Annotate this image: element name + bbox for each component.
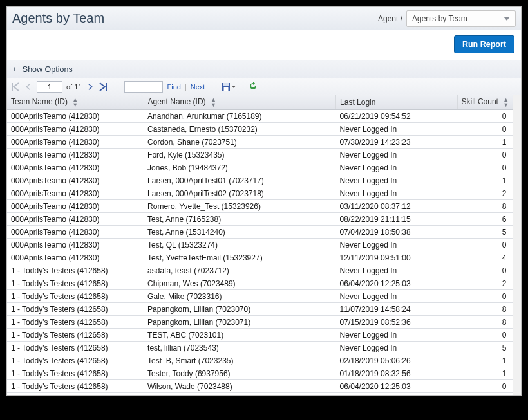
run-report-button[interactable]: Run Report [454, 35, 514, 53]
table-row[interactable]: 1 - Toddy's Testers (412658)Tester, Todd… [7, 367, 513, 380]
breadcrumb-area: Agent / Agents by Team [378, 10, 516, 27]
cell-skill_count: 1 [457, 136, 513, 149]
page-title: Agents by Team [12, 11, 104, 26]
cell-team: 1 - Toddy's Testers (412658) [7, 342, 144, 354]
table-row[interactable]: 000AprilsTeamo (412830)Cordon, Shane (70… [7, 136, 513, 149]
vertical-scrollbar[interactable] [513, 95, 521, 395]
table-row[interactable]: 000AprilsTeamo (412830)Larsen, 000AprilT… [7, 174, 513, 187]
cell-team: 1 - Toddy's Testers (412658) [7, 303, 144, 316]
app-frame: Agents by Team Agent / Agents by Team Ru… [6, 6, 522, 396]
table-row[interactable]: 1 - Toddy's Testers (412658)Wilson, Wade… [7, 380, 513, 393]
first-page-icon[interactable] [11, 82, 20, 92]
table-row[interactable]: 1 - Toddy's Testers (412658)Chipman, Wes… [7, 277, 513, 290]
cell-last_login: Never Logged In [336, 123, 458, 136]
cell-agent: Tester, Toddy (6937956) [144, 367, 335, 380]
cell-last_login: 02/18/2019 05:06:26 [336, 354, 458, 367]
col-last-login[interactable]: Last Login [336, 95, 458, 110]
sort-icon: ▲▼ [503, 97, 509, 107]
cell-agent: Test_B, Smart (7023235) [144, 354, 335, 367]
dropdown-arrow-icon [232, 85, 236, 89]
table-row[interactable]: 000AprilsTeamo (412830)Test, YvetteTestE… [7, 251, 513, 264]
export-button[interactable] [222, 82, 236, 91]
pager-toolbar: of 11 Find | Next [7, 78, 521, 95]
table-row[interactable]: 000AprilsTeamo (412830)Larsen, 000AprilT… [7, 187, 513, 200]
cell-skill_count: 0 [457, 149, 513, 161]
cell-team: 1 - Toddy's Testers (412658) [7, 354, 144, 367]
cell-skill_count: 0 [457, 110, 513, 123]
cell-skill_count: 5 [457, 342, 513, 354]
table-row[interactable]: 1 - Toddy's Testers (412658)Papangkorn, … [7, 316, 513, 329]
col-team-name[interactable]: Team Name (ID) ▲▼ [7, 95, 144, 110]
cell-team: 000AprilsTeamo (412830) [7, 149, 144, 161]
refresh-button[interactable] [249, 82, 258, 92]
cell-team: 1 - Toddy's Testers (412658) [7, 329, 144, 342]
cell-skill_count: 0 [457, 239, 513, 251]
cell-skill_count: 0 [457, 161, 513, 174]
next-page-icon[interactable] [86, 82, 95, 92]
table-area: Team Name (ID) ▲▼ Agent Name (ID) ▲▼ Las… [7, 95, 521, 395]
title-bar: Agents by Team Agent / Agents by Team [7, 7, 521, 30]
find-next-button[interactable]: Next [191, 83, 205, 91]
breadcrumb: Agent / [378, 14, 402, 23]
table-row[interactable]: 1 - Toddy's Testers (412658)Gale, Mike (… [7, 290, 513, 303]
cell-last_login: 08/22/2019 21:11:15 [336, 213, 458, 226]
cell-agent: test, lillian (7023543) [144, 342, 335, 354]
table-row[interactable]: 1 - Toddy's Testers (412658)Test_B, Smar… [7, 354, 513, 367]
cell-skill_count: 0 [457, 329, 513, 342]
table-row[interactable]: 1 - Toddy's Testers (412658)asdafa, teas… [7, 264, 513, 277]
cell-last_login: 12/11/2019 09:51:00 [336, 251, 458, 264]
cell-agent: Castaneda, Ernesto (15370232) [144, 123, 335, 136]
cell-skill_count: 0 [457, 380, 513, 393]
cell-skill_count: 0 [457, 290, 513, 303]
find-input[interactable] [124, 81, 163, 93]
col-skill-count[interactable]: Skill Count ▲▼ [457, 95, 513, 110]
prev-page-icon[interactable] [24, 82, 33, 92]
report-select-dropdown[interactable]: Agents by Team [406, 10, 516, 27]
cell-team: 000AprilsTeamo (412830) [7, 251, 144, 264]
table-row[interactable]: 1 - Toddy's Testers (412658)TEST, ABC (7… [7, 329, 513, 342]
cell-skill_count: 0 [457, 264, 513, 277]
show-options-toggle[interactable]: + Show Options [7, 60, 521, 78]
page-count-label: of 11 [66, 83, 82, 91]
col-agent-name[interactable]: Agent Name (ID) ▲▼ [144, 95, 335, 110]
plus-icon: + [12, 64, 17, 74]
cell-last_login: 03/11/2020 08:37:12 [336, 200, 458, 213]
table-scroll[interactable]: Team Name (ID) ▲▼ Agent Name (ID) ▲▼ Las… [7, 95, 513, 395]
find-button[interactable]: Find [167, 83, 180, 91]
cell-last_login: Never Logged In [336, 342, 458, 354]
table-row[interactable]: 1 - Toddy's Testers (412658)test, lillia… [7, 342, 513, 354]
cell-agent: asdafa, teast (7023712) [144, 264, 335, 277]
cell-team: 000AprilsTeamo (412830) [7, 123, 144, 136]
table-row[interactable]: 1 - Toddy's Testers (412658)Papangkorn, … [7, 303, 513, 316]
table-row[interactable]: 000AprilsTeamo (412830)Romero, Yvette_Te… [7, 200, 513, 213]
cell-last_login: 06/04/2020 12:25:03 [336, 380, 458, 393]
table-row[interactable]: 000AprilsTeamo (412830)Ford, Kyle (15323… [7, 149, 513, 161]
chevron-down-icon [504, 17, 510, 21]
table-row[interactable]: 000AprilsTeamo (412830)Castaneda, Ernest… [7, 123, 513, 136]
table-row[interactable]: 000AprilsTeamo (412830)Anandhan, Arunkum… [7, 110, 513, 123]
table-row[interactable]: 000AprilsTeamo (412830)Test, Anne (15314… [7, 226, 513, 239]
cell-agent: Jones, Bob (19484372) [144, 161, 335, 174]
cell-agent: Gale, Mike (7023316) [144, 290, 335, 303]
last-page-icon[interactable] [99, 82, 108, 92]
cell-agent: Anandhan, Arunkumar (7165189) [144, 110, 335, 123]
cell-last_login: 07/04/2019 18:50:38 [336, 226, 458, 239]
cell-team: 000AprilsTeamo (412830) [7, 136, 144, 149]
cell-team: 000AprilsTeamo (412830) [7, 187, 144, 200]
col-login-label: Last Login [340, 98, 375, 107]
cell-skill_count: 1 [457, 367, 513, 380]
table-row[interactable]: 000AprilsTeamo (412830)Test, Anne (71652… [7, 213, 513, 226]
table-row[interactable]: 000AprilsTeamo (412830)Test, QL (1532327… [7, 239, 513, 251]
table-header-row: Team Name (ID) ▲▼ Agent Name (ID) ▲▼ Las… [7, 95, 513, 110]
svg-rect-2 [224, 87, 229, 91]
cell-last_login: Never Logged In [336, 264, 458, 277]
col-agent-label: Agent Name (ID) [148, 97, 206, 106]
table-row[interactable]: 000AprilsTeamo (412830)Jones, Bob (19484… [7, 161, 513, 174]
cell-team: 1 - Toddy's Testers (412658) [7, 264, 144, 277]
page-number-input[interactable] [37, 81, 62, 93]
cell-agent: Test, Anne (7165238) [144, 213, 335, 226]
cell-agent: Chipman, Wes (7023489) [144, 277, 335, 290]
actions-row: Run Report [7, 30, 521, 60]
cell-last_login: Never Logged In [336, 290, 458, 303]
cell-skill_count: 8 [457, 200, 513, 213]
